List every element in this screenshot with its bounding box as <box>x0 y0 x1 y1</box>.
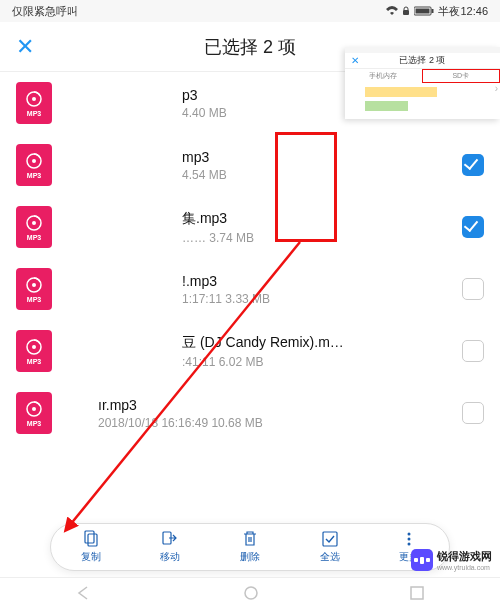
file-info: mp3 4.54 MB <box>82 149 452 182</box>
select-all-icon <box>321 530 339 548</box>
svg-rect-24 <box>411 587 423 599</box>
file-meta: :41:11 6.02 MB <box>182 355 452 369</box>
file-info: ır.mp3 2018/10/18 16:16:49 10.68 MB <box>82 397 452 430</box>
checkbox[interactable] <box>462 278 484 300</box>
more-icon <box>400 530 418 548</box>
svg-point-20 <box>408 533 411 536</box>
move-button[interactable]: 移动 <box>145 530 195 564</box>
chevron-right-icon: › <box>495 83 498 94</box>
lock-icon <box>402 6 410 16</box>
list-item[interactable]: MP3 mp3 4.54 MB <box>0 134 500 196</box>
svg-point-13 <box>32 345 36 349</box>
svg-point-7 <box>32 159 36 163</box>
copy-button[interactable]: 复制 <box>66 530 116 564</box>
mp3-icon: MP3 <box>16 206 52 248</box>
file-name: 豆 (DJ Candy Remix).m… <box>182 334 452 352</box>
file-meta: 1:17:11 3.33 MB <box>182 292 452 306</box>
pip-tab-phone: 手机内存 <box>345 69 422 83</box>
list-item[interactable]: MP3 集.mp3 …… 3.74 MB <box>0 196 500 258</box>
file-meta: 2018/10/18 16:16:49 10.68 MB <box>98 416 452 430</box>
home-icon[interactable] <box>243 585 259 601</box>
svg-rect-17 <box>88 534 97 546</box>
back-icon[interactable] <box>75 586 93 600</box>
svg-rect-3 <box>432 9 434 13</box>
svg-rect-2 <box>416 9 430 14</box>
checkbox[interactable] <box>462 402 484 424</box>
watermark: 锐得游戏网 www.ytruida.com <box>411 549 492 571</box>
file-info: 集.mp3 …… 3.74 MB <box>82 210 452 245</box>
battery-icon <box>414 6 434 16</box>
mp3-icon: MP3 <box>16 330 52 372</box>
svg-point-9 <box>32 221 36 225</box>
file-name: !.mp3 <box>182 273 452 289</box>
svg-rect-0 <box>403 10 409 15</box>
file-info: 豆 (DJ Candy Remix).m… :41:11 6.02 MB <box>82 334 452 369</box>
watermark-url: www.ytruida.com <box>437 564 492 571</box>
svg-point-23 <box>245 587 257 599</box>
svg-point-22 <box>408 543 411 546</box>
pip-title: 已选择 2 项 <box>351 54 494 67</box>
file-info: !.mp3 1:17:11 3.33 MB <box>82 273 452 306</box>
mp3-icon: MP3 <box>16 144 52 186</box>
file-name: 集.mp3 <box>182 210 452 228</box>
pip-tab-sdcard: SD卡 <box>422 69 501 83</box>
svg-point-5 <box>32 97 36 101</box>
checkbox[interactable] <box>462 340 484 362</box>
status-right: 半夜12:46 <box>386 4 488 19</box>
move-icon <box>161 530 179 548</box>
svg-rect-19 <box>323 532 337 546</box>
svg-point-11 <box>32 283 36 287</box>
list-item[interactable]: MP3 !.mp3 1:17:11 3.33 MB <box>0 258 500 320</box>
checkbox[interactable] <box>462 154 484 176</box>
file-meta: …… 3.74 MB <box>182 231 452 245</box>
svg-rect-16 <box>85 531 94 543</box>
recent-icon[interactable] <box>409 585 425 601</box>
svg-point-15 <box>32 407 36 411</box>
mp3-icon: MP3 <box>16 82 52 124</box>
file-meta: 4.54 MB <box>182 168 452 182</box>
file-list: MP3 p3 4.40 MB MP3 mp3 4.54 MB MP3 集.mp3… <box>0 72 500 444</box>
mp3-icon: MP3 <box>16 392 52 434</box>
list-item[interactable]: MP3 ır.mp3 2018/10/18 16:16:49 10.68 MB <box>0 382 500 444</box>
list-item[interactable]: MP3 豆 (DJ Candy Remix).m… :41:11 6.02 MB <box>0 320 500 382</box>
trash-icon <box>241 530 259 548</box>
status-left-text: 仅限紧急呼叫 <box>12 4 386 19</box>
wifi-icon <box>386 6 398 16</box>
file-name: ır.mp3 <box>98 397 452 413</box>
pip-overlay: ✕ 已选择 2 项 手机内存 SD卡 › <box>345 47 500 119</box>
checkbox[interactable] <box>462 216 484 238</box>
delete-button[interactable]: 删除 <box>225 530 275 564</box>
status-bar: 仅限紧急呼叫 半夜12:46 <box>0 0 500 22</box>
svg-point-21 <box>408 538 411 541</box>
select-all-button[interactable]: 全选 <box>305 530 355 564</box>
mp3-icon: MP3 <box>16 268 52 310</box>
action-bar: 复制 移动 删除 全选 更多 <box>50 523 450 571</box>
status-time: 半夜12:46 <box>438 4 488 19</box>
copy-icon <box>82 530 100 548</box>
file-name: mp3 <box>182 149 452 165</box>
watermark-name: 锐得游戏网 <box>437 549 492 564</box>
watermark-icon <box>411 549 433 571</box>
system-nav <box>0 577 500 607</box>
